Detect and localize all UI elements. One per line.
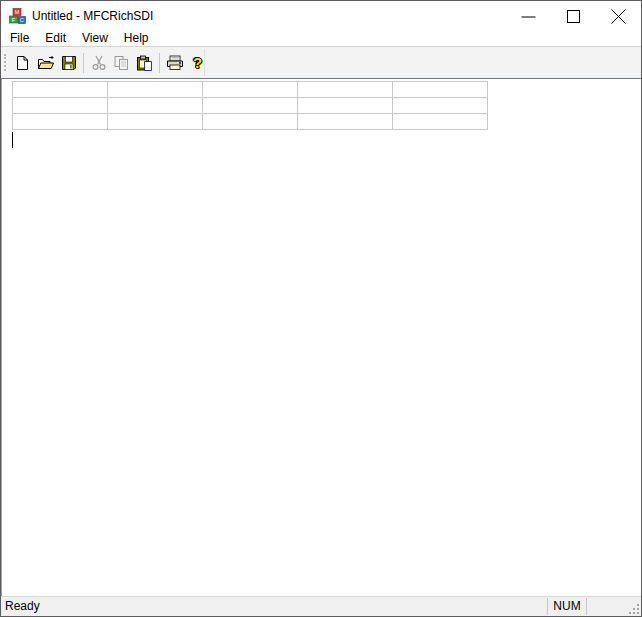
text-caret xyxy=(12,132,13,148)
table-cell[interactable] xyxy=(393,114,488,130)
toolbar: ? xyxy=(1,47,641,78)
table-cell[interactable] xyxy=(13,98,108,114)
rich-table xyxy=(12,81,488,130)
copy-pages-icon xyxy=(113,55,130,71)
app-window: M F C Untitled - MFCRichSDI xyxy=(0,0,642,617)
menu-file[interactable]: File xyxy=(2,31,37,46)
table-cell[interactable] xyxy=(13,114,108,130)
open-folder-icon xyxy=(37,55,55,71)
table-cell[interactable] xyxy=(203,98,298,114)
open-button[interactable] xyxy=(34,52,57,74)
table-row xyxy=(13,114,488,130)
save-button[interactable] xyxy=(57,52,80,74)
window-title: Untitled - MFCRichSDI xyxy=(32,9,153,23)
maximize-icon xyxy=(567,10,580,23)
cut-scissors-icon xyxy=(91,55,107,71)
maximize-button[interactable] xyxy=(551,1,596,31)
toolbar-gripper[interactable] xyxy=(4,54,6,71)
table-cell[interactable] xyxy=(203,82,298,98)
help-question-icon: ? xyxy=(193,55,202,71)
svg-text:C: C xyxy=(20,17,24,23)
resize-grip-icon[interactable] xyxy=(628,603,639,614)
new-document-icon xyxy=(14,55,31,71)
menu-edit[interactable]: Edit xyxy=(37,31,74,46)
toolbar-separator xyxy=(83,53,84,73)
rich-edit-view[interactable] xyxy=(1,78,641,596)
table-cell[interactable] xyxy=(13,82,108,98)
mfc-cubes-icon: M F C xyxy=(9,8,26,24)
table-cell[interactable] xyxy=(108,98,203,114)
table-cell[interactable] xyxy=(298,98,393,114)
caption-buttons xyxy=(506,1,641,31)
table-row xyxy=(13,82,488,98)
paste-button[interactable] xyxy=(133,52,156,74)
copy-button xyxy=(110,52,133,74)
status-bar: Ready NUM xyxy=(1,596,641,616)
menu-view[interactable]: View xyxy=(74,31,116,46)
close-button[interactable] xyxy=(596,1,641,31)
table-row xyxy=(13,98,488,114)
table-cell[interactable] xyxy=(393,82,488,98)
help-button[interactable]: ? xyxy=(186,52,209,74)
menu-help[interactable]: Help xyxy=(116,31,157,46)
print-button[interactable] xyxy=(163,52,186,74)
minimize-icon xyxy=(521,9,536,24)
table-cell[interactable] xyxy=(298,114,393,130)
table-cell[interactable] xyxy=(108,82,203,98)
print-printer-icon xyxy=(166,55,184,71)
table-cell[interactable] xyxy=(393,98,488,114)
paste-clipboard-icon xyxy=(136,55,153,71)
toolbar-edge xyxy=(204,49,205,76)
table-cell[interactable] xyxy=(203,114,298,130)
save-floppy-icon xyxy=(61,55,77,71)
menu-bar: File Edit View Help xyxy=(1,31,641,47)
cut-button xyxy=(87,52,110,74)
svg-text:M: M xyxy=(15,9,20,15)
toolbar-separator xyxy=(159,53,160,73)
new-button[interactable] xyxy=(11,52,34,74)
title-bar: M F C Untitled - MFCRichSDI xyxy=(1,1,641,31)
table-cell[interactable] xyxy=(108,114,203,130)
num-lock-indicator: NUM xyxy=(547,598,587,615)
table-cell[interactable] xyxy=(298,82,393,98)
minimize-button[interactable] xyxy=(506,1,551,31)
status-message: Ready xyxy=(5,597,40,616)
close-icon xyxy=(611,9,626,24)
